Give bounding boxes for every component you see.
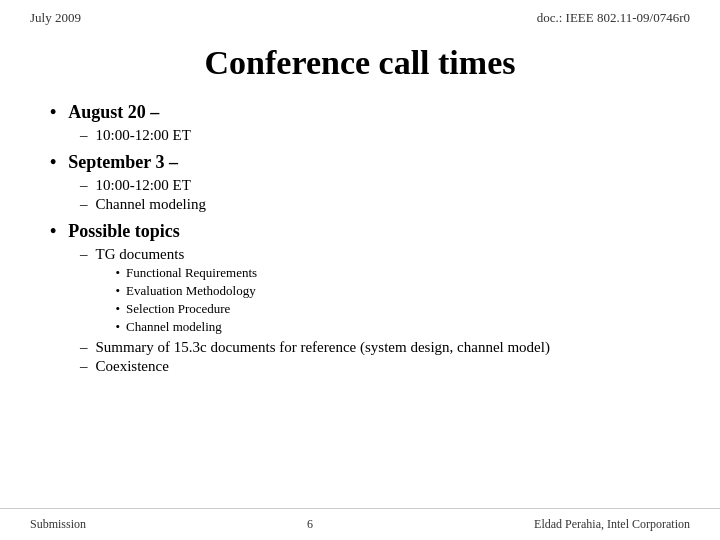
dash-1-1: – [80, 127, 88, 144]
sub-text-2-2: Channel modeling [96, 196, 206, 213]
header-right: doc.: IEEE 802.11-09/0746r0 [537, 10, 690, 26]
sub-list-2: – 10:00-12:00 ET – Channel modeling [80, 177, 670, 213]
nested-text-1: Functional Requirements [126, 265, 257, 281]
bullet-dot-1: • [50, 102, 56, 123]
sub-item-3-2: – Summary of 15.3c documents for referen… [80, 339, 670, 356]
dash-3-1: – [80, 246, 88, 263]
nested-text-2: Evaluation Methodology [126, 283, 256, 299]
dash-3-3: – [80, 358, 88, 375]
nested-text-4: Channel modeling [126, 319, 222, 335]
nested-bullet-1: • [116, 265, 121, 281]
dash-3-2: – [80, 339, 88, 356]
content: • August 20 – – 10:00-12:00 ET • Septemb… [0, 102, 720, 375]
nested-text-3: Selection Procedure [126, 301, 230, 317]
sub-item-2-2: – Channel modeling [80, 196, 670, 213]
bullet-main-1: • August 20 – [50, 102, 670, 123]
footer-left: Submission [30, 517, 86, 532]
nested-bullet-4: • [116, 319, 121, 335]
nested-list-3-1: • Functional Requirements • Evaluation M… [116, 265, 258, 335]
bullet-label-1: August 20 – [68, 102, 159, 123]
nested-item-3: • Selection Procedure [116, 301, 258, 317]
bullet-item-1: • August 20 – – 10:00-12:00 ET [50, 102, 670, 144]
header: July 2009 doc.: IEEE 802.11-09/0746r0 [0, 0, 720, 26]
bullet-main-3: • Possible topics [50, 221, 670, 242]
nested-item-4: • Channel modeling [116, 319, 258, 335]
bullet-item-3: • Possible topics – TG documents • Funct… [50, 221, 670, 375]
nested-bullet-2: • [116, 283, 121, 299]
sub-item-3-1: – TG documents • Functional Requirements… [80, 246, 670, 337]
title-section: Conference call times [0, 44, 720, 82]
bullet-dot-3: • [50, 221, 56, 242]
main-title: Conference call times [205, 44, 516, 81]
footer: Submission 6 Eldad Perahia, Intel Corpor… [0, 508, 720, 540]
bullet-label-2: September 3 – [68, 152, 178, 173]
nested-item-2: • Evaluation Methodology [116, 283, 258, 299]
sub-item-2-1: – 10:00-12:00 ET [80, 177, 670, 194]
sub-list-1: – 10:00-12:00 ET [80, 127, 670, 144]
sub-text-1-1: 10:00-12:00 ET [96, 127, 191, 144]
nested-bullet-3: • [116, 301, 121, 317]
footer-center: 6 [307, 517, 313, 532]
sub-item-3-3: – Coexistence [80, 358, 670, 375]
dash-2-1: – [80, 177, 88, 194]
nested-item-1: • Functional Requirements [116, 265, 258, 281]
dash-2-2: – [80, 196, 88, 213]
footer-right: Eldad Perahia, Intel Corporation [534, 517, 690, 532]
bullet-item-2: • September 3 – – 10:00-12:00 ET – Chann… [50, 152, 670, 213]
sub-list-3: – TG documents • Functional Requirements… [80, 246, 670, 375]
header-left: July 2009 [30, 10, 81, 26]
page: July 2009 doc.: IEEE 802.11-09/0746r0 Co… [0, 0, 720, 540]
sub-text-3-1: TG documents [96, 246, 185, 262]
sub-text-2-1: 10:00-12:00 ET [96, 177, 191, 194]
bullet-main-2: • September 3 – [50, 152, 670, 173]
bullet-label-3: Possible topics [68, 221, 180, 242]
sub-text-3-2: Summary of 15.3c documents for reference… [96, 339, 550, 356]
sub-item-1-1: – 10:00-12:00 ET [80, 127, 670, 144]
bullet-dot-2: • [50, 152, 56, 173]
sub-text-3-3: Coexistence [96, 358, 169, 375]
